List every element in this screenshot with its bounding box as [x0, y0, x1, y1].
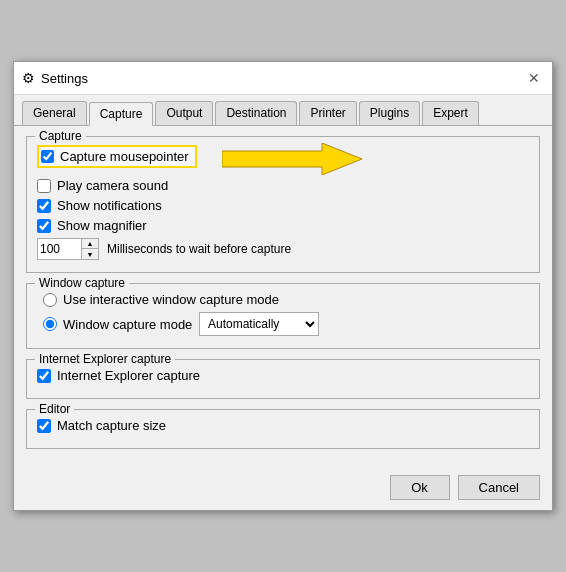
- ie-capture-group: Internet Explorer capture Internet Explo…: [26, 359, 540, 399]
- close-button[interactable]: ✕: [524, 68, 544, 88]
- capture-group-label: Capture: [35, 129, 86, 143]
- interactive-capture-radio[interactable]: [43, 293, 57, 307]
- match-capture-size-label[interactable]: Match capture size: [57, 418, 166, 433]
- show-notifications-label[interactable]: Show notifications: [57, 198, 162, 213]
- play-camera-sound-checkbox[interactable]: [37, 179, 51, 193]
- svg-marker-0: [222, 143, 362, 175]
- spinner-row: ▲ ▼ Milliseconds to wait before capture: [37, 238, 529, 260]
- ie-capture-group-label: Internet Explorer capture: [35, 352, 175, 366]
- spinner-input-group: ▲ ▼: [37, 238, 99, 260]
- spinner-down-button[interactable]: ▼: [82, 249, 98, 259]
- window-title: Settings: [41, 71, 88, 86]
- ok-button[interactable]: Ok: [390, 475, 450, 500]
- spinner-label: Milliseconds to wait before capture: [107, 242, 291, 256]
- match-capture-size-row: Match capture size: [37, 418, 529, 433]
- window-capture-group: Window capture Use interactive window ca…: [26, 283, 540, 349]
- content-area: Capture Capture mousepointer Play camera…: [14, 126, 552, 469]
- capture-group: Capture Capture mousepointer Play camera…: [26, 136, 540, 273]
- window-capture-group-label: Window capture: [35, 276, 129, 290]
- milliseconds-input[interactable]: [37, 238, 82, 260]
- title-bar-left: ⚙ Settings: [22, 70, 88, 86]
- capture-mousepointer-label[interactable]: Capture mousepointer: [60, 149, 189, 164]
- interactive-capture-row: Use interactive window capture mode: [43, 292, 529, 307]
- ie-capture-row: Internet Explorer capture: [37, 368, 529, 383]
- tab-output[interactable]: Output: [155, 101, 213, 125]
- capture-mousepointer-row: Capture mousepointer: [37, 145, 197, 168]
- window-capture-dropdown[interactable]: Automatically Foreground Background: [199, 312, 319, 336]
- tab-bar: General Capture Output Destination Print…: [14, 95, 552, 126]
- play-camera-sound-row: Play camera sound: [37, 178, 529, 193]
- capture-mousepointer-checkbox[interactable]: [41, 150, 54, 163]
- window-capture-mode-label[interactable]: Window capture mode: [63, 317, 193, 332]
- ie-capture-checkbox[interactable]: [37, 369, 51, 383]
- spinner-up-button[interactable]: ▲: [82, 239, 98, 249]
- window-capture-mode-row: Window capture mode Automatically Foregr…: [43, 312, 529, 336]
- match-capture-size-checkbox[interactable]: [37, 419, 51, 433]
- interactive-capture-label[interactable]: Use interactive window capture mode: [63, 292, 279, 307]
- editor-group: Editor Match capture size: [26, 409, 540, 449]
- editor-group-label: Editor: [35, 402, 74, 416]
- tab-expert[interactable]: Expert: [422, 101, 479, 125]
- footer: Ok Cancel: [14, 469, 552, 510]
- tab-printer[interactable]: Printer: [299, 101, 356, 125]
- tab-plugins[interactable]: Plugins: [359, 101, 420, 125]
- show-magnifier-checkbox[interactable]: [37, 219, 51, 233]
- yellow-arrow-icon: [222, 143, 362, 175]
- show-notifications-checkbox[interactable]: [37, 199, 51, 213]
- show-magnifier-label[interactable]: Show magnifier: [57, 218, 147, 233]
- settings-window: ⚙ Settings ✕ General Capture Output Dest…: [13, 61, 553, 511]
- cancel-button[interactable]: Cancel: [458, 475, 540, 500]
- window-icon: ⚙: [22, 70, 35, 86]
- tab-capture[interactable]: Capture: [89, 102, 154, 126]
- tab-general[interactable]: General: [22, 101, 87, 125]
- window-capture-mode-radio[interactable]: [43, 317, 57, 331]
- show-notifications-row: Show notifications: [37, 198, 529, 213]
- play-camera-sound-label[interactable]: Play camera sound: [57, 178, 168, 193]
- title-bar: ⚙ Settings ✕: [14, 62, 552, 95]
- show-magnifier-row: Show magnifier: [37, 218, 529, 233]
- spinner-arrows: ▲ ▼: [82, 238, 99, 260]
- tab-destination[interactable]: Destination: [215, 101, 297, 125]
- ie-capture-label[interactable]: Internet Explorer capture: [57, 368, 200, 383]
